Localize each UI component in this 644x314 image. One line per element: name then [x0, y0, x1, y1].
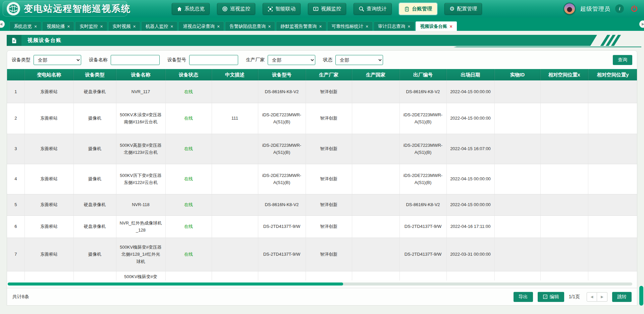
tab-label: 告警缺陷信息查询: [229, 23, 266, 29]
manufacturer-select[interactable]: 全部: [268, 55, 315, 65]
tab-close-icon[interactable]: ×: [268, 24, 271, 29]
device-name-input[interactable]: [111, 55, 160, 65]
table-cell: iDS-2DE7223MWR-A(S1)(B): [258, 164, 306, 194]
tab-scroll-right-icon[interactable]: ▶: [639, 20, 644, 28]
tab[interactable]: 审计日志查询×: [374, 21, 415, 31]
tab-label: 视频轮播: [47, 23, 65, 29]
prev-page-icon[interactable]: ◀: [587, 292, 597, 302]
table-row[interactable]: 5东善桥站硬盘录像机NVR-118在线DS-8616N-K8-V2智洋创新DS-…: [7, 194, 637, 215]
tab[interactable]: 可靠性指标统计×: [327, 21, 373, 31]
info-icon[interactable]: i: [615, 4, 624, 13]
search-icon: [359, 6, 364, 12]
table-cell: 智洋创新: [306, 80, 352, 103]
tab-close-icon[interactable]: ×: [217, 24, 220, 29]
nav-ledger-management[interactable]: 台账管理: [399, 3, 437, 15]
table-cell: [588, 194, 637, 215]
tab[interactable]: 视频设备台账×: [416, 21, 457, 31]
table-cell: 2022-04-15 00:00:00: [446, 194, 494, 215]
tab-scroll-left-icon[interactable]: ◀: [0, 20, 5, 28]
table-cell: [24, 271, 73, 280]
tab-label: 系统总览: [14, 23, 32, 29]
logout-icon[interactable]: [631, 5, 638, 12]
tab[interactable]: 静默监视告警查询×: [276, 21, 326, 31]
table-row[interactable]: 7东善桥站摄像机500KV槐荫变#变压器北侧#128_1#红外光球机在线DS-2…: [7, 238, 637, 271]
table-row[interactable]: 4东善桥站摄像机500KV历下变#变压器东侧#122#云台机在线iDS-2DE7…: [7, 164, 637, 194]
nav-label: 查询统计: [367, 6, 387, 12]
app-root: 变电站远程智能巡视系统 系统总览 巡视监控 智能联动 视频监控 查询统计: [0, 0, 644, 314]
nav-config-management[interactable]: ⚙ 配置管理: [444, 3, 482, 15]
next-page-icon[interactable]: ▶: [597, 292, 607, 302]
column-header: 中文描述: [212, 69, 258, 80]
content-panel: 设备类型 全部 设备名称 设备型号 生产厂家 全部 状态 全部 查询: [7, 50, 637, 306]
table-cell: 在线: [165, 134, 212, 164]
edit-button[interactable]: 编辑: [538, 292, 564, 302]
table-cell: [588, 164, 637, 194]
page-indicator: 1/1页: [569, 294, 580, 300]
tab-close-icon[interactable]: ×: [408, 24, 410, 29]
app-title: 变电站远程智能巡视系统: [24, 3, 131, 15]
device-type-select[interactable]: 全部: [34, 55, 81, 65]
table-cell: 智洋创新: [306, 103, 352, 134]
table-cell: 在线: [165, 164, 212, 194]
table-cell: [494, 134, 540, 164]
tab[interactable]: 系统总览×: [9, 21, 41, 31]
table-cell: [540, 215, 588, 238]
tab-close-icon[interactable]: ×: [319, 24, 322, 29]
horizontal-scrollbar[interactable]: [8, 282, 632, 286]
tab-close-icon[interactable]: ×: [67, 24, 70, 29]
tab-close-icon[interactable]: ×: [100, 24, 103, 29]
export-button[interactable]: 导出: [514, 292, 533, 302]
nav-video-monitor[interactable]: 视频监控: [308, 3, 346, 15]
avatar[interactable]: [564, 3, 576, 15]
table-row[interactable]: 6东善桥站硬盘录像机NVR_红外热成像球机_128在线DS-2TD4137T-9…: [7, 215, 637, 238]
device-model-input[interactable]: [189, 55, 238, 65]
nav-smart-linkage[interactable]: 智能联动: [263, 3, 301, 15]
table-cell: 智洋创新: [306, 238, 352, 271]
gear-icon: ⚙: [449, 6, 454, 12]
query-button[interactable]: 查询: [613, 55, 632, 65]
column-header: 设备名称: [116, 69, 165, 80]
vertical-scrollbar[interactable]: [639, 286, 643, 306]
tab-close-icon[interactable]: ×: [170, 24, 173, 29]
nav-system-overview[interactable]: 系统总览: [172, 3, 210, 15]
nav-inspection-monitor[interactable]: 巡视监控: [217, 3, 255, 15]
tab[interactable]: 机器人监控×: [141, 21, 178, 31]
jump-button[interactable]: 跳转: [612, 292, 632, 302]
table-cell: [7, 271, 24, 280]
table-cell: 东善桥站: [24, 194, 73, 215]
table-cell: iDS-2DE7223MWR-A(S1)(B): [258, 103, 306, 134]
table-cell: [352, 80, 399, 103]
pager: ◀ ▶: [587, 292, 607, 302]
table-cell: [540, 271, 588, 280]
column-header: 生产国家: [352, 69, 399, 80]
table-cell: 2022-04-15 00:00:00: [446, 164, 494, 194]
table-cell: 东善桥站: [24, 80, 73, 103]
table-cell: 摄像机: [73, 134, 116, 164]
table-cell: DS-2TD4137T-9/W: [399, 215, 446, 238]
footer-actions: 导出 编辑 1/1页 ◀ ▶ 跳转: [514, 292, 632, 302]
tab[interactable]: 实时监控×: [75, 21, 107, 31]
tab-label: 实时监控: [79, 23, 98, 29]
table-cell: 智洋创新: [306, 164, 352, 194]
nav-query-statistics[interactable]: 查询统计: [354, 3, 392, 15]
horizontal-scrollbar-thumb[interactable]: [8, 282, 343, 286]
tab-close-icon[interactable]: ×: [34, 24, 37, 29]
tab[interactable]: 巡视点记录查询×: [178, 21, 224, 31]
table-row[interactable]: 2东善桥站摄像机500KV木渎变#变压器南侧#116#云台机在线111iDS-2…: [7, 103, 637, 134]
tab[interactable]: 视频轮播×: [42, 21, 74, 31]
tab-close-icon[interactable]: ×: [133, 24, 136, 29]
status-select[interactable]: 全部: [335, 55, 383, 65]
tab-label: 静默监视告警查询: [280, 23, 317, 29]
table-row[interactable]: 1东善桥站硬盘录像机NVR_117在线DS-8616N-K8-V2智洋创新DS-…: [7, 80, 637, 103]
tab-close-icon[interactable]: ×: [449, 24, 452, 29]
table-cell: [212, 134, 258, 164]
table-row[interactable]: 3东善桥站摄像机500KV高新变#变压器北侧#123#云台机在线iDS-2DE7…: [7, 134, 637, 164]
table-row[interactable]: 500KV槐荫变#变: [7, 271, 637, 280]
tab-close-icon[interactable]: ×: [366, 24, 368, 29]
table-cell: [494, 215, 540, 238]
table-cell: 在线: [165, 80, 212, 103]
tab[interactable]: 实时视频×: [108, 21, 140, 31]
page-title: 视频设备台账: [28, 37, 62, 44]
tab[interactable]: 告警缺陷信息查询×: [225, 21, 275, 31]
device-model-label: 设备型号: [167, 57, 186, 63]
